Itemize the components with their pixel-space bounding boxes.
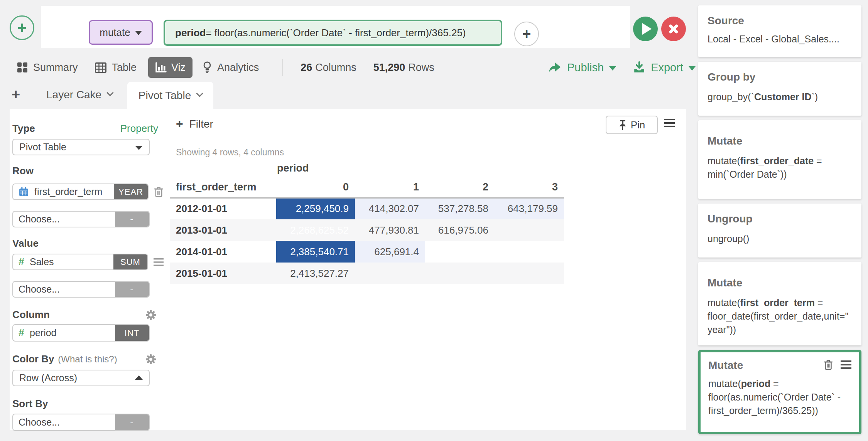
row-field-value: first_order_term [34,186,102,197]
row-aggregation-badge[interactable]: YEAR [114,184,148,199]
color-by-label-text: Color By [12,353,54,365]
step-card-ungroup[interactable]: Ungroup ungroup() [698,204,861,258]
color-by-hint-link[interactable]: (What is this?) [58,354,117,364]
pivot-col-header: 0 [276,177,355,198]
chart-tab-pivot-table-active[interactable]: Pivot Table [127,82,213,109]
step-menu-button[interactable] [841,360,851,371]
pivot-col-header: 1 [355,177,425,198]
tab-label: Viz [171,62,186,74]
color-by-settings-button[interactable] [145,353,157,365]
pivot-cell: 616,975.06 [425,219,495,241]
step-card-mutate-1[interactable]: Mutate mutate(first_order_date = min(`Or… [698,120,861,199]
step-title: Group by [708,71,852,83]
add-chart-button[interactable]: + [12,86,20,103]
value-field[interactable]: # Sales SUM [12,254,148,270]
pivot-col-header: 3 [495,177,564,198]
chart-tab-layer-cake[interactable]: Layer Cake [46,89,113,101]
tab-viz-active[interactable]: Viz [148,57,193,78]
step-card-mutate-selected[interactable]: Mutate [698,350,861,434]
tab-label: Summary [33,62,78,74]
tab-label: Table [112,62,137,74]
chart-tab-label: Layer Cake [46,89,101,101]
chart-tab-label: Pivot Table [138,89,191,102]
value-aggregation-badge[interactable]: SUM [113,254,147,269]
hamburger-icon [841,360,851,369]
column-settings-button[interactable] [145,309,157,321]
chart-menu-button[interactable] [664,118,675,128]
cancel-button[interactable] [661,17,686,41]
rows-count: 51,290Rows [373,62,434,74]
step-verb-dropdown[interactable]: mutate [89,20,153,45]
close-icon [668,23,679,35]
column-label: Column [12,309,50,321]
tab-label: Analytics [217,62,259,74]
pivot-row-label: 2015-01-01 [170,263,276,284]
step-card-group-by[interactable]: Group by group_by(`Customer ID`) [698,62,861,116]
step-card-source[interactable]: Source Local - Excel - Global_Sales.... [698,5,861,57]
pin-button[interactable]: Pin [606,116,658,134]
add-step-button[interactable]: + [10,15,34,40]
trash-icon [824,360,833,370]
add-expression-button[interactable]: + [514,22,539,46]
chart-type-select[interactable]: Pivot Table [12,139,150,155]
rows-count-value: 51,290 [373,62,405,73]
pivot-row: 2014-01-01 2,385,540.71 625,691.4 [170,241,564,263]
pin-icon [618,120,627,130]
tab-table[interactable]: Table [95,62,137,74]
sort-by-label: Sort By [12,398,164,410]
value-field-menu[interactable] [154,258,164,266]
sort-by-choose-field[interactable]: Choose... - [12,414,150,431]
pivot-cell: 2,259,450.9 [276,198,355,219]
choose-placeholder: Choose... [19,214,60,225]
choose-placeholder: Choose... [19,284,60,295]
hamburger-icon [664,118,675,128]
command-bar: mutate period = floor(as.numeric(`Order … [41,6,630,48]
pivot-cell: 625,691.4 [355,241,425,263]
color-by-select[interactable]: Row (Across) [12,370,150,386]
remove-row-field-button[interactable] [154,187,164,197]
gear-icon [145,353,157,365]
pivot-cell-empty [355,263,425,284]
main-content: Type Property Pivot Table Row [10,109,686,430]
formula-input[interactable]: period = floor(as.numeric(`Order Date` -… [164,20,502,46]
step-code: Local - Excel - Global_Sales.... [708,32,852,46]
columns-count-value: 26 [301,62,312,73]
row-choose-field[interactable]: Choose... - [12,211,150,227]
export-download-icon [633,61,645,74]
empty-aggregation-badge: - [115,282,149,297]
step-card-mutate-2[interactable]: Mutate mutate(first_order_term = floor_d… [698,262,861,345]
color-by-value: Row (Across) [19,372,77,384]
pivot-cell-empty [495,219,564,241]
choose-placeholder: Choose... [19,417,60,428]
publish-button[interactable]: Publish [548,61,616,74]
pivot-header-row: first_order_term 0 1 2 3 [170,177,564,198]
pipeline-steps-panel: Source Local - Excel - Global_Sales.... … [698,5,861,439]
value-choose-field[interactable]: Choose... - [12,281,150,298]
step-title: Mutate [708,277,852,289]
property-link[interactable]: Property [120,123,158,135]
chevron-down-icon [609,66,616,71]
type-label: Type [12,123,35,135]
summary-grid-icon [17,62,28,73]
pivot-cell: 2,268,625.52 [276,219,355,241]
chevron-down-icon [135,31,142,35]
filter-label: Filter [189,118,213,130]
tab-analytics[interactable]: Analytics [203,61,259,74]
pivot-cell-empty [495,263,564,284]
color-by-label: Color By(What is this?) [12,353,117,365]
tab-summary[interactable]: Summary [17,62,78,74]
chart-properties-panel: Type Property Pivot Table Row [12,123,164,431]
export-button[interactable]: Export [633,61,696,74]
pivot-cell: 2,413,527.27 [276,263,355,284]
rows-count-label: Rows [408,62,434,73]
delete-step-button[interactable] [824,360,833,372]
row-field[interactable]: first_order_term YEAR [12,183,149,200]
chart-type-value: Pivot Table [19,141,66,153]
column-field[interactable]: # period INT [12,324,150,342]
verb-label: mutate [100,27,130,39]
pivot-cell-empty [425,241,495,263]
column-type-badge[interactable]: INT [115,325,149,341]
run-button[interactable] [633,17,658,41]
export-label: Export [651,61,683,74]
add-filter-button[interactable]: + Filter [176,117,213,131]
